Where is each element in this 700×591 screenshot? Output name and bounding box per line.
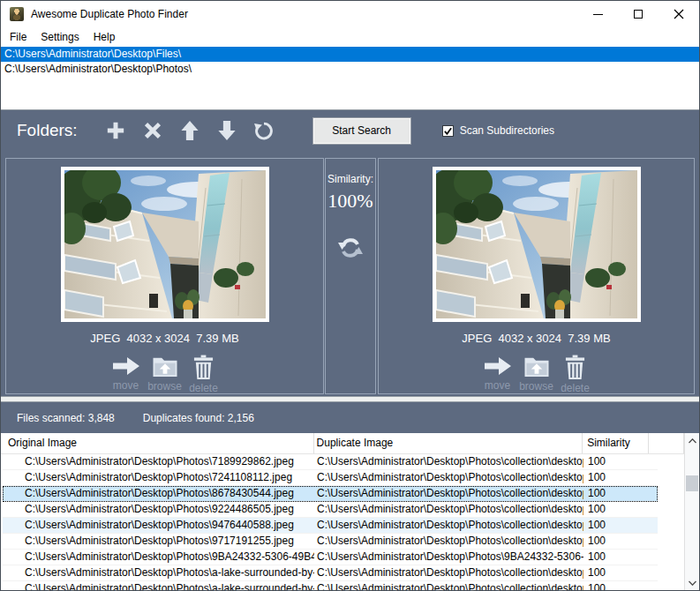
- refresh-icon: [254, 119, 274, 143]
- duplicate-image-cell: C:\Users\Administrator\Desktop\Photos\co…: [314, 534, 583, 549]
- delete-button[interactable]: delete: [184, 355, 223, 394]
- start-search-button[interactable]: Start Search: [312, 117, 411, 145]
- window-title: Awesome Duplicate Photo Finder: [31, 8, 188, 20]
- swap-button[interactable]: [337, 236, 364, 263]
- original-image-cell: C:\Users\Administrator\Desktop\Photos\72…: [3, 470, 314, 485]
- chevron-down-icon: [689, 580, 696, 586]
- menu-help[interactable]: Help: [87, 29, 123, 45]
- similarity-cell: 100: [583, 486, 636, 501]
- delete-icon: [192, 355, 215, 380]
- original-image-cell: C:\Users\Administrator\Desktop\Photos\92…: [3, 502, 314, 517]
- original-image-cell: C:\Users\Administrator\Desktop\Photos\71…: [3, 454, 314, 469]
- files-scanned-status: Files scanned: 3,848: [17, 412, 115, 424]
- minimize-button[interactable]: [577, 1, 618, 27]
- duplicate-image-cell: C:\Users\Administrator\Desktop\Photos\co…: [314, 518, 583, 533]
- table-row[interactable]: C:\Users\Administrator\Desktop\Photos\86…: [3, 486, 658, 502]
- chevron-up-icon: [689, 438, 696, 444]
- folder-list-item[interactable]: C:\Users\Administrator\Desktop\Files\: [1, 47, 699, 62]
- similarity-cell: 100: [583, 581, 636, 590]
- photo-right[interactable]: [433, 167, 641, 322]
- folder-list-item[interactable]: C:\Users\Administrator\Desktop\Photos\: [1, 62, 699, 77]
- column-header-original-image[interactable]: Original Image: [1, 433, 314, 453]
- table-row[interactable]: C:\Users\Administrator\Desktop\Photos\97…: [3, 534, 658, 550]
- duplicate-image-cell: C:\Users\Administrator\Desktop\Photos\9B…: [314, 550, 583, 565]
- delete-button[interactable]: delete: [556, 355, 595, 394]
- original-image-cell: C:\Users\Administrator\Desktop\Photos\86…: [3, 486, 314, 501]
- scan-subdirectories-checkbox[interactable]: Scan Subdirectories: [442, 124, 554, 137]
- move-folder-down-button[interactable]: [217, 118, 237, 143]
- similarity-cell: 100: [583, 534, 636, 549]
- results-body: C:\Users\Administrator\Desktop\Photos\71…: [1, 454, 684, 590]
- table-row[interactable]: C:\Users\Administrator\Desktop\Photos\a-…: [3, 581, 658, 590]
- x-icon: [143, 120, 162, 141]
- browse-label: browse: [519, 380, 553, 393]
- move-icon: [484, 355, 512, 378]
- folders-label: Folders:: [17, 121, 78, 140]
- swap-icon: [337, 236, 364, 260]
- title-bar: Awesome Duplicate Photo Finder: [1, 1, 699, 27]
- table-row[interactable]: C:\Users\Administrator\Desktop\Photos\9B…: [3, 550, 658, 565]
- duplicate-image-cell: C:\Users\Administrator\Desktop\Photos\co…: [314, 454, 583, 469]
- menu-file[interactable]: File: [3, 29, 34, 45]
- duplicate-image-cell: C:\Users\Administrator\Desktop\Photos\co…: [314, 486, 583, 501]
- results-table: Original Image Duplicate Image Similarit…: [1, 433, 699, 590]
- table-row[interactable]: C:\Users\Administrator\Desktop\Photos\94…: [3, 518, 658, 534]
- app-window: Awesome Duplicate Photo Finder File Sett…: [0, 0, 700, 591]
- arrow-up-icon: [180, 119, 199, 142]
- duplicate-image-cell: C:\Users\Administrator\Desktop\Photos\co…: [314, 565, 583, 580]
- similarity-panel: Similarity: 100%: [325, 158, 376, 394]
- table-row[interactable]: C:\Users\Administrator\Desktop\Photos\92…: [3, 502, 658, 518]
- duplicate-image-cell: C:\Users\Administrator\Desktop\Photos\co…: [314, 502, 583, 517]
- browse-label: browse: [147, 380, 182, 393]
- column-header-duplicate-image[interactable]: Duplicate Image: [314, 433, 583, 453]
- original-image-cell: C:\Users\Administrator\Desktop\Photos\a-…: [3, 581, 314, 590]
- right-actions: move browse: [478, 355, 595, 394]
- original-image-panel: JPEG 4032 x 3024 7.39 MB move browse: [5, 158, 324, 394]
- left-actions: move browse: [107, 355, 223, 394]
- checkbox-box: [442, 125, 454, 137]
- checkmark-icon: [443, 126, 453, 136]
- column-header-similarity[interactable]: Similarity: [583, 433, 649, 453]
- table-row[interactable]: C:\Users\Administrator\Desktop\Photos\72…: [3, 470, 658, 486]
- similarity-cell: 100: [583, 502, 636, 517]
- delete-icon: [564, 355, 586, 380]
- maximize-button[interactable]: [618, 1, 659, 27]
- similarity-cell: 100: [583, 454, 636, 469]
- similarity-cell: 100: [583, 550, 636, 565]
- folders-toolbar: Folders: Start Search Scan Subdirectorie…: [1, 109, 699, 151]
- vertical-scrollbar[interactable]: [684, 433, 699, 590]
- close-button[interactable]: [659, 1, 699, 27]
- duplicate-image-cell: C:\Users\Administrator\Desktop\Photos\co…: [314, 470, 583, 485]
- original-image-cell: C:\Users\Administrator\Desktop\Photos\97…: [3, 534, 314, 549]
- move-button[interactable]: move: [478, 355, 517, 394]
- delete-label: delete: [189, 382, 218, 394]
- table-row[interactable]: C:\Users\Administrator\Desktop\Photos\a-…: [3, 565, 658, 581]
- move-icon: [112, 355, 140, 378]
- duplicates-found-status: Duplicates found: 2,156: [143, 412, 254, 424]
- move-button[interactable]: move: [107, 355, 146, 394]
- move-folder-up-button[interactable]: [180, 118, 199, 143]
- refresh-button[interactable]: [254, 118, 274, 143]
- browse-button[interactable]: browse: [146, 355, 184, 394]
- photo-left[interactable]: [61, 167, 269, 322]
- delete-label: delete: [561, 382, 590, 394]
- column-header-empty: [649, 433, 684, 453]
- app-icon: [10, 7, 24, 21]
- scroll-down-button[interactable]: [685, 575, 699, 590]
- add-folder-button[interactable]: [106, 118, 125, 143]
- table-row[interactable]: C:\Users\Administrator\Desktop\Photos\71…: [3, 454, 658, 470]
- photo-left-image: [64, 170, 266, 318]
- folder-list: C:\Users\Administrator\Desktop\Files\ C:…: [1, 47, 699, 109]
- similarity-value: 100%: [327, 190, 373, 213]
- scrollbar-thumb[interactable]: [686, 475, 698, 491]
- browse-icon: [523, 355, 551, 378]
- arrow-down-icon: [217, 119, 237, 142]
- remove-folder-button[interactable]: [143, 118, 162, 143]
- photo-right-info: JPEG 4032 x 3024 7.39 MB: [462, 332, 610, 345]
- browse-button[interactable]: browse: [517, 355, 556, 394]
- minimize-icon: [593, 14, 603, 15]
- menu-settings[interactable]: Settings: [34, 29, 86, 45]
- maximize-icon: [634, 10, 643, 19]
- similarity-cell: 100: [583, 565, 636, 580]
- scroll-up-button[interactable]: [685, 433, 699, 448]
